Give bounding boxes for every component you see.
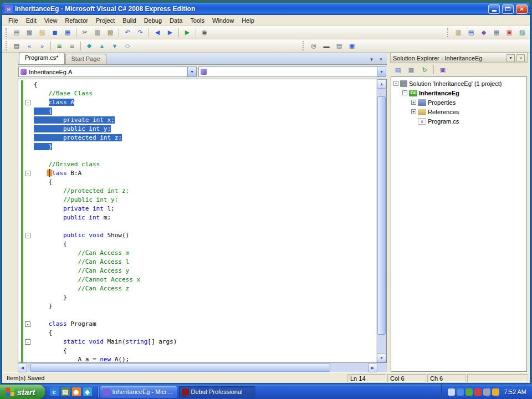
code-line[interactable]: //Can Access l — [18, 258, 376, 267]
comment-selection-button[interactable]: ≣ — [53, 40, 65, 52]
previous-bookmark-button[interactable]: ▲ — [96, 40, 108, 52]
code-line[interactable]: //Base Class — [18, 89, 376, 98]
code-line[interactable]: //Drived class — [18, 160, 376, 169]
messenger-icon[interactable]: ◈ — [83, 387, 92, 396]
types-dropdown[interactable]: InheritanceEg.A ▼ — [18, 66, 197, 77]
collapse-icon[interactable]: - — [393, 81, 398, 86]
navigate-backward-button[interactable]: ◀ — [151, 27, 163, 38]
vertical-scroll-track[interactable] — [377, 89, 386, 353]
volume-icon[interactable] — [448, 388, 455, 396]
view-class-diagram-button[interactable]: ▣ — [437, 64, 449, 75]
code-line[interactable]: - class B:A — [18, 169, 376, 178]
collapse-region-icon[interactable]: - — [25, 321, 30, 327]
code-line[interactable]: { — [18, 80, 376, 89]
menu-build[interactable]: Build — [119, 16, 140, 25]
expand-icon[interactable]: + — [411, 109, 416, 114]
collapse-icon[interactable]: - — [402, 90, 407, 95]
tree-item-solution-inheritanceeg-1-project[interactable]: -Solution 'InheritanceEg' (1 project) — [391, 79, 526, 88]
code-line[interactable]: { — [18, 329, 376, 337]
clear-bookmarks-button[interactable]: ◇ — [121, 40, 134, 52]
code-line[interactable]: public int y; — [18, 125, 376, 134]
menu-window[interactable]: Window — [208, 16, 238, 25]
toolbar-grip[interactable] — [447, 28, 450, 37]
show-desktop-icon[interactable]: ▤ — [61, 387, 70, 396]
start-debugging-button[interactable]: ▶ — [181, 27, 193, 38]
horizontal-scrollbar[interactable]: ◀ ▶ — [18, 363, 387, 372]
undo-button[interactable]: ↶ — [121, 27, 134, 38]
solution-explorer-button[interactable]: ▥ — [452, 27, 464, 38]
window-position-icon[interactable]: ▾ — [507, 54, 515, 62]
minimize-button[interactable] — [488, 4, 500, 14]
collapse-region-icon[interactable]: - — [25, 339, 30, 345]
active-files-dropdown-icon[interactable]: ▾ — [367, 55, 376, 63]
menu-edit[interactable]: Edit — [22, 16, 40, 25]
members-dropdown[interactable]: ▼ — [198, 66, 386, 77]
scroll-up-icon[interactable]: ▲ — [377, 79, 386, 89]
code-line[interactable]: //public int y; — [18, 196, 376, 204]
code-line[interactable]: - class Program — [18, 320, 376, 329]
toolbar-grip[interactable] — [6, 41, 8, 50]
maximize-button[interactable] — [502, 4, 514, 14]
menu-refactor[interactable]: Refactor — [61, 16, 92, 25]
code-line[interactable] — [18, 151, 376, 160]
code-line[interactable]: - public void Show() — [18, 231, 376, 240]
find-symbol-button[interactable]: ◎ — [308, 40, 320, 52]
show-all-files-button[interactable]: ▦ — [405, 64, 417, 75]
menu-debug[interactable]: Debug — [140, 16, 166, 25]
copy-button[interactable]: ▥ — [91, 27, 104, 38]
code-line[interactable]: { — [18, 178, 376, 187]
solution-explorer-titlebar[interactable]: Solution Explorer - InheritanceEg ▾ × — [390, 53, 528, 63]
code-line[interactable]: A a = new A(); — [18, 355, 376, 362]
display-member-list-button[interactable]: ▤ — [11, 40, 23, 52]
code-line[interactable]: - static void Main(string[] args) — [18, 337, 376, 346]
code-line[interactable]: } — [18, 293, 376, 302]
code-line[interactable]: { — [18, 240, 376, 249]
menu-project[interactable]: Project — [92, 16, 119, 25]
tree-item-properties[interactable]: +Properties — [391, 98, 526, 107]
scroll-left-icon[interactable]: ◀ — [18, 363, 27, 372]
add-new-item-button[interactable]: ▩ — [23, 27, 35, 38]
internet-explorer-icon[interactable]: e — [50, 387, 59, 396]
output-window-button[interactable]: ▤ — [333, 40, 345, 52]
scroll-right-icon[interactable]: ▶ — [368, 363, 377, 372]
menu-view[interactable]: View — [40, 16, 62, 25]
tab-program-cs[interactable]: Program.cs* — [19, 53, 65, 64]
menu-tools[interactable]: Tools — [186, 16, 208, 25]
code-line[interactable]: public int m; — [18, 213, 376, 222]
menu-help[interactable]: Help — [238, 16, 258, 25]
tree-item-program-cs[interactable]: #Program.cs — [391, 116, 526, 126]
next-bookmark-button[interactable]: ▼ — [109, 40, 121, 52]
menu-file[interactable]: File — [4, 16, 22, 25]
task-button-debut-professional[interactable]: Debut Professional — [179, 386, 255, 398]
scroll-down-icon[interactable]: ▼ — [377, 353, 386, 362]
update-icon[interactable] — [492, 388, 499, 396]
expand-icon[interactable]: + — [411, 100, 416, 105]
immediate-window-button[interactable]: ▣ — [346, 40, 358, 52]
network-icon[interactable] — [457, 388, 464, 396]
code-line[interactable]: { — [18, 107, 376, 116]
command-window-button[interactable]: ▬ — [320, 40, 332, 52]
code-line[interactable]: //Can Access m — [18, 249, 376, 258]
horizontal-scroll-track[interactable] — [27, 363, 368, 372]
code-line[interactable]: //Can Access y — [18, 267, 376, 275]
code-line[interactable]: - class A — [18, 98, 376, 107]
navigate-forward-button[interactable]: ▶ — [164, 27, 176, 38]
decrease-indent-button[interactable]: « — [23, 40, 35, 52]
code-line[interactable]: } — [18, 302, 376, 311]
horizontal-scroll-thumb[interactable] — [30, 364, 330, 372]
code-line[interactable]: //Can Access z — [18, 284, 376, 293]
refresh-button[interactable]: ↻ — [418, 64, 431, 75]
code-line[interactable]: //Cannot Access x — [18, 275, 376, 284]
media-player-icon[interactable]: ◉ — [72, 387, 81, 396]
code-editor[interactable]: { //Base Class- class A { private int x;… — [18, 79, 387, 363]
code-line[interactable] — [18, 311, 376, 320]
toggle-bookmark-button[interactable]: ◆ — [83, 40, 95, 52]
find-button[interactable]: ◉ — [198, 27, 211, 38]
security-shield-icon[interactable] — [466, 388, 473, 396]
properties-button[interactable]: ▤ — [392, 64, 404, 75]
menu-data[interactable]: Data — [166, 16, 186, 25]
usb-device-icon[interactable] — [483, 388, 490, 396]
solution-explorer-close-icon[interactable]: × — [516, 54, 525, 62]
close-button[interactable]: × — [516, 4, 528, 14]
properties-window-button[interactable]: ▤ — [465, 27, 477, 38]
